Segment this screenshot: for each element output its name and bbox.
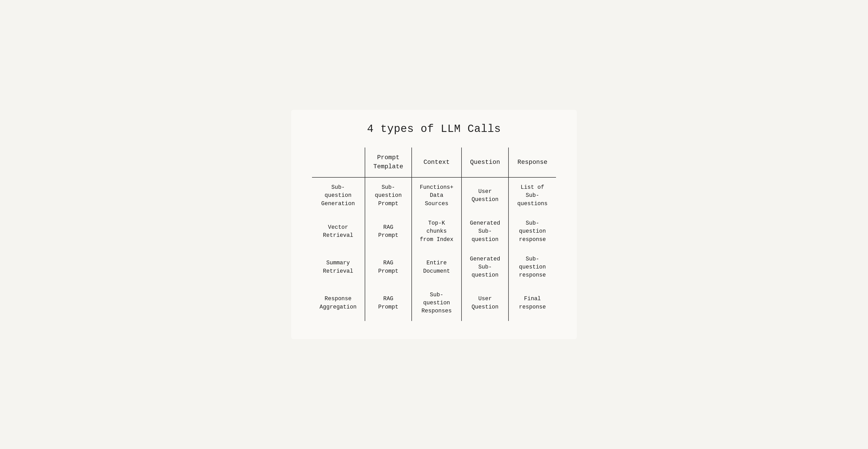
data-cell: Sub-question Prompt [365,177,412,213]
data-cell: Sub-question response [508,249,556,285]
col-header-question: Question [462,148,508,177]
table-row: Vector RetrievalRAG PromptTop-K chunks f… [312,213,556,249]
data-cell: List of Sub-questions [508,177,556,213]
data-cell: Top-K chunks from Index [412,213,462,249]
row-header-cell: Vector Retrieval [312,213,365,249]
data-cell: Entire Document [412,249,462,285]
data-cell: RAG Prompt [365,249,412,285]
table-body: Sub-question GenerationSub-question Prom… [312,177,556,321]
col-header-prompt-template: Prompt Template [365,148,412,177]
data-cell: Functions+ Data Sources [412,177,462,213]
data-cell: User Question [462,177,508,213]
header-row: Prompt Template Context Question Respons… [312,148,556,177]
col-header-context: Context [412,148,462,177]
data-cell: RAG Prompt [365,213,412,249]
data-cell: Generated Sub-question [462,249,508,285]
table-row: Summary RetrievalRAG PromptEntire Docume… [312,249,556,285]
empty-header-cell [312,148,365,177]
main-table: Prompt Template Context Question Respons… [312,148,556,321]
data-cell: Sub-question response [508,213,556,249]
row-header-cell: Summary Retrieval [312,249,365,285]
table-row: Sub-question GenerationSub-question Prom… [312,177,556,213]
row-header-cell: Sub-question Generation [312,177,365,213]
data-cell: RAG Prompt [365,285,412,321]
data-cell: Final response [508,285,556,321]
data-cell: Sub-question Responses [412,285,462,321]
row-header-cell: Response Aggregation [312,285,365,321]
page-container: 4 types of LLM Calls Prompt Template Con… [291,110,577,339]
data-cell: Generated Sub-question [462,213,508,249]
table-row: Response AggregationRAG PromptSub-questi… [312,285,556,321]
data-cell: User Question [462,285,508,321]
col-header-response: Response [508,148,556,177]
page-title: 4 types of LLM Calls [312,123,556,135]
